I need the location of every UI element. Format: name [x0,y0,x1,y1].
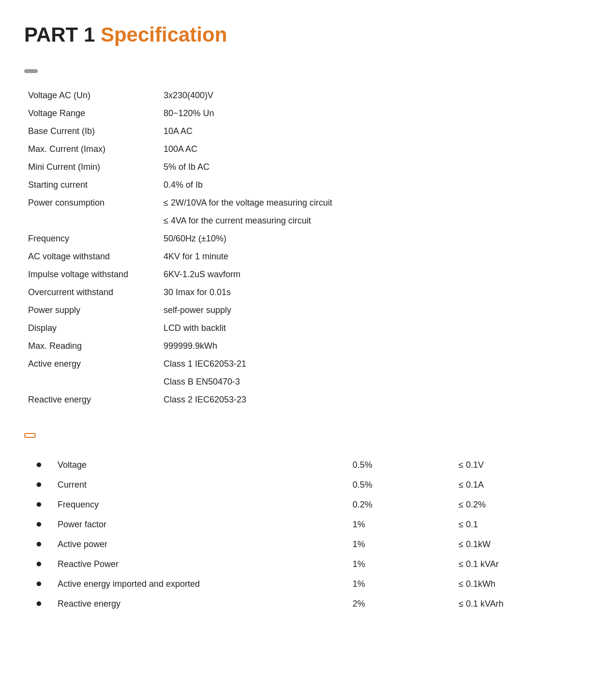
unit-row: ●Frequency0.2%≤ 0.2% [24,495,573,515]
spec-row: Max. Reading999999.9kWh [24,337,573,355]
spec-row: Power consumption≤ 2W/10VA for the volta… [24,194,573,212]
spec-value: LCD with backlit [160,319,573,337]
spec-row: Mini Current (Imin)5% of Ib AC [24,158,573,176]
unit-row: ●Reactive Power1%≤ 0.1 kVAr [24,554,573,574]
spec-row: Active energyClass 1 IEC62053-21 [24,355,573,373]
spec-row: AC voltage withstand4KV for 1 minute [24,248,573,266]
unit-resolution: ≤ 0.1 kVAr [455,554,573,574]
spec-label: Max. Current (Imax) [24,140,160,158]
unit-characteristic-label: Active power [54,535,349,554]
unit-accuracy: 0.5% [349,475,455,495]
spec-label: Power supply [24,301,160,319]
unit-accuracy: 2% [349,594,455,614]
spec-value: 5% of Ib AC [160,158,573,176]
spec-value-extra: Class B EN50470-3 [160,373,573,391]
bullet-icon: ● [24,455,54,475]
spec-row: Starting current0.4% of Ib [24,176,573,194]
unit-accuracy: 1% [349,574,455,594]
spec-value: 50/60Hz (±10%) [160,230,573,248]
spec-row: Frequency50/60Hz (±10%) [24,230,573,248]
spec-value: self-power supply [160,301,573,319]
unit-table: ●Voltage0.5%≤ 0.1V●Current0.5%≤ 0.1A●Fre… [24,449,573,614]
spec-row: Voltage Range80~120% Un [24,104,573,122]
title-spec: Specification [101,23,227,46]
spec-label: Base Current (Ib) [24,122,160,140]
unit-resolution: ≤ 0.1 kVArh [455,594,573,614]
spec-value: 10A AC [160,122,573,140]
unit-resolution: ≤ 0.1V [455,455,573,475]
spec-label: Frequency [24,230,160,248]
unit-resolution: ≤ 0.1A [455,475,573,495]
spec-label: Voltage AC (Un) [24,87,160,104]
unit-accuracy: 1% [349,554,455,574]
header-accuracy [349,449,455,455]
unit-resolution: ≤ 0.2% [455,495,573,515]
spec-row: Overcurrent withstand30 Imax for 0.01s [24,283,573,301]
spec-label: Starting current [24,176,160,194]
spec-label: Voltage Range [24,104,160,122]
unit-characteristic-label: Voltage [54,455,349,475]
spec-value: 30 Imax for 0.01s [160,283,573,301]
spec-value: Class 1 IEC62053-21 [160,355,573,373]
general-specifications-section: Voltage AC (Un)3x230(400)VVoltage Range8… [24,69,573,409]
spec-row-extra: ≤ 4VA for the current measuring circuit [24,212,573,230]
bullet-icon: ● [24,535,54,554]
header-resolution [455,449,573,455]
spec-value: 80~120% Un [160,104,573,122]
spec-value: 4KV for 1 minute [160,248,573,266]
title-part: PART 1 [24,23,101,46]
general-section-badge [24,69,38,73]
unit-row: ●Voltage0.5%≤ 0.1V [24,455,573,475]
spec-value: ≤ 2W/10VA for the voltage measuring circ… [160,194,573,212]
general-spec-table: Voltage AC (Un)3x230(400)VVoltage Range8… [24,87,573,409]
spec-value: 100A AC [160,140,573,158]
unit-row: ●Active energy imported and exported1%≤ … [24,574,573,594]
spec-label: Reactive energy [24,391,160,409]
unit-accuracy: 0.2% [349,495,455,515]
unit-section-badge [24,433,36,438]
unit-accuracy: 1% [349,535,455,554]
spec-label: Display [24,319,160,337]
unit-row: ●Reactive energy2%≤ 0.1 kVArh [24,594,573,614]
bullet-icon: ● [24,515,54,535]
spec-value: Class 2 IEC62053-23 [160,391,573,409]
unit-characteristic-label: Reactive Power [54,554,349,574]
header-characteristics [54,449,349,455]
unit-characteristic-label: Active energy imported and exported [54,574,349,594]
bullet-icon: ● [24,554,54,574]
spec-label: Overcurrent withstand [24,283,160,301]
bullet-icon: ● [24,495,54,515]
unit-resolution: ≤ 0.1kWh [455,574,573,594]
unit-resolution: ≤ 0.1 [455,515,573,535]
page-title: PART 1 Specification [24,19,573,50]
spec-row: DisplayLCD with backlit [24,319,573,337]
unit-characteristic-label: Frequency [54,495,349,515]
spec-row: Reactive energyClass 2 IEC62053-23 [24,391,573,409]
spec-label: Active energy [24,355,160,373]
spec-row: Max. Current (Imax)100A AC [24,140,573,158]
spec-value: 6KV-1.2uS wavform [160,266,573,283]
spec-value: 0.4% of Ib [160,176,573,194]
unit-resolution: ≤ 0.1kW [455,535,573,554]
unit-characteristics-section: ●Voltage0.5%≤ 0.1V●Current0.5%≤ 0.1A●Fre… [24,433,573,614]
spec-value-extra: ≤ 4VA for the current measuring circuit [160,212,573,230]
spec-row-extra: Class B EN50470-3 [24,373,573,391]
unit-characteristic-label: Power factor [54,515,349,535]
spec-row: Power supplyself-power supply [24,301,573,319]
unit-characteristic-label: Reactive energy [54,594,349,614]
spec-value: 999999.9kWh [160,337,573,355]
bullet-icon: ● [24,475,54,495]
spec-row: Impulse voltage withstand6KV-1.2uS wavfo… [24,266,573,283]
spec-label: Power consumption [24,194,160,212]
spec-row: Base Current (Ib)10A AC [24,122,573,140]
unit-row: ●Power factor1%≤ 0.1 [24,515,573,535]
unit-accuracy: 1% [349,515,455,535]
spec-label: Mini Current (Imin) [24,158,160,176]
bullet-icon: ● [24,574,54,594]
spec-label: Impulse voltage withstand [24,266,160,283]
unit-row: ●Active power1%≤ 0.1kW [24,535,573,554]
spec-label: Max. Reading [24,337,160,355]
spec-label: AC voltage withstand [24,248,160,266]
spec-value: 3x230(400)V [160,87,573,104]
spec-row: Voltage AC (Un)3x230(400)V [24,87,573,104]
